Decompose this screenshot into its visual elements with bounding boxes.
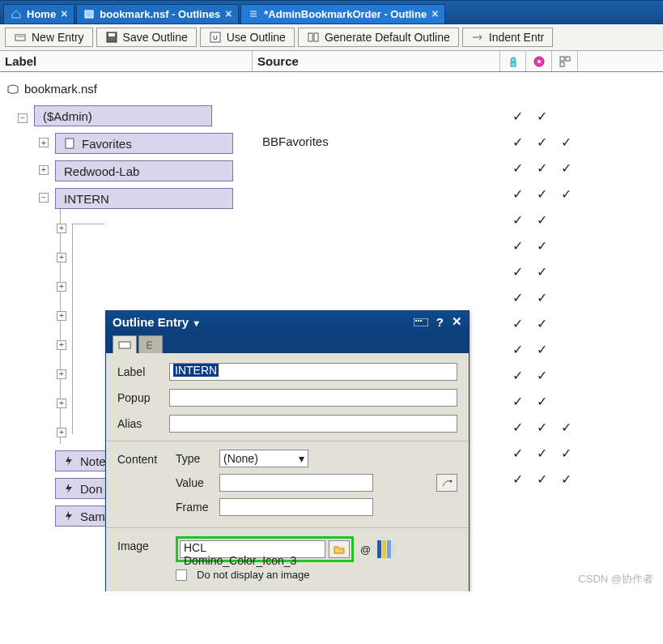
check-cell: ✓: [529, 420, 554, 435]
check-cell: ✓: [529, 290, 554, 305]
node-favorites[interactable]: Favorites: [55, 133, 233, 154]
col-label[interactable]: Label: [0, 51, 253, 71]
help-icon[interactable]: ?: [436, 315, 444, 329]
check-cell: ✓: [505, 420, 529, 435]
expand-icon[interactable]: +: [57, 253, 66, 262]
check-cell: ✓: [505, 368, 529, 383]
collapse-icon[interactable]: −: [18, 113, 28, 123]
check-cell: ✓: [529, 186, 554, 202]
node-intern[interactable]: INTERN: [55, 188, 233, 209]
node-redwood[interactable]: Redwood-Lab: [55, 160, 233, 181]
folder-browse-button[interactable]: [329, 540, 350, 558]
check-cell: ✓: [505, 316, 529, 331]
expand-icon[interactable]: +: [57, 428, 66, 437]
expand-icon[interactable]: +: [57, 282, 66, 292]
tab-strip: Home × bookmark.nsf - Outlines × *AdminB…: [0, 0, 663, 24]
check-cell: ✓: [554, 446, 578, 461]
check-cell: ✓: [505, 238, 529, 254]
svg-rect-13: [560, 57, 564, 61]
svg-point-22: [450, 480, 453, 483]
node-admin[interactable]: ($Admin): [34, 105, 212, 126]
check-cell: ✓: [554, 160, 578, 176]
check-grid: ✓✓✓✓✓✓✓✓✓✓✓✓✓✓✓✓✓✓✓✓✓✓✓✓✓✓✓✓✓✓✓✓✓✓✓✓: [505, 103, 578, 492]
dialog-tab-tree[interactable]: [138, 335, 163, 353]
svg-point-9: [511, 58, 516, 62]
dialog-tab-basic[interactable]: [113, 335, 137, 353]
expand-icon[interactable]: +: [57, 369, 66, 379]
popup-field[interactable]: [169, 389, 457, 407]
use-outline-button[interactable]: UUse Outline: [200, 28, 295, 47]
image-value-highlight: HCL Domino_Color_Icon_3: [176, 536, 354, 562]
check-row: ✓✓: [505, 232, 578, 258]
source-text: BBFavorites: [262, 134, 329, 148]
content-group-label: Content: [117, 450, 166, 466]
col-icon3[interactable]: [552, 51, 578, 71]
alias-field[interactable]: [169, 415, 457, 433]
expand-icon[interactable]: +: [57, 399, 66, 408]
col-icon1[interactable]: [500, 51, 526, 71]
check-cell: ✓: [529, 160, 554, 176]
at-label: @: [360, 544, 371, 556]
tab-adminoutline[interactable]: *AdminBookmarkOrder - Outline ×: [240, 4, 445, 23]
check-cell: ✓: [529, 394, 554, 409]
check-cell: ✓: [505, 394, 529, 409]
check-cell: ✓: [529, 316, 554, 331]
tab-label: *AdminBookmarkOrder - Outline: [264, 8, 427, 20]
svg-text:U: U: [213, 34, 218, 41]
no-image-checkbox[interactable]: [176, 569, 187, 581]
svg-rect-16: [66, 139, 74, 148]
root-node[interactable]: bookmark.nsf: [6, 80, 663, 102]
check-cell: ✓: [529, 238, 554, 254]
alias-label: Alias: [117, 417, 161, 430]
expand-icon[interactable]: +: [39, 165, 49, 175]
col-source[interactable]: Source: [253, 51, 500, 71]
check-cell: ✓: [554, 134, 578, 150]
svg-rect-19: [418, 320, 419, 322]
chevron-down-icon[interactable]: ▼: [192, 318, 201, 328]
svg-rect-18: [415, 320, 417, 322]
tab-home[interactable]: Home ×: [3, 4, 74, 23]
db-icon: [6, 83, 19, 95]
expand-icon[interactable]: +: [57, 311, 66, 321]
new-entry-button[interactable]: —New Entry: [5, 28, 93, 47]
save-outline-button[interactable]: Save Outline: [96, 28, 197, 47]
collapse-icon[interactable]: −: [39, 193, 49, 203]
outline-entry-dialog: Outline Entry ▼ ? ✕ Label INTERN Popup A…: [105, 310, 470, 591]
close-icon[interactable]: ×: [431, 7, 438, 20]
image-field[interactable]: HCL Domino_Color_Icon_3: [180, 540, 325, 558]
db-icon: [83, 8, 95, 19]
check-cell: ✓: [505, 342, 529, 357]
check-row: ✓✓: [505, 336, 578, 362]
check-cell: ✓: [505, 109, 529, 124]
svg-rect-7: [308, 33, 312, 41]
type-dropdown[interactable]: (None)▾: [219, 450, 308, 467]
expand-icon[interactable]: +: [57, 224, 66, 233]
check-row: ✓✓: [505, 103, 578, 129]
dialog-titlebar[interactable]: Outline Entry ▼ ? ✕: [106, 311, 469, 332]
formula-button[interactable]: [436, 474, 457, 492]
gen-outline-button[interactable]: Generate Default Outline: [298, 28, 459, 47]
tab-bookmark[interactable]: bookmark.nsf - Outlines ×: [76, 4, 239, 23]
close-icon[interactable]: ×: [225, 7, 232, 20]
keyboard-icon[interactable]: [414, 315, 428, 329]
expand-icon[interactable]: +: [39, 138, 49, 147]
value-field[interactable]: [219, 474, 373, 492]
svg-rect-21: [119, 342, 130, 348]
check-row: ✓✓: [505, 207, 578, 232]
use-icon: U: [209, 31, 222, 44]
image-group-label: Image: [117, 536, 166, 552]
check-cell: ✓: [505, 134, 529, 150]
label-field[interactable]: INTERN: [169, 363, 457, 381]
close-icon[interactable]: ×: [61, 7, 67, 20]
no-image-label: Do not display an image: [197, 569, 309, 581]
check-row: ✓✓✓: [505, 155, 578, 181]
frame-field[interactable]: [219, 498, 373, 516]
check-row: ✓✓: [505, 310, 578, 336]
close-icon[interactable]: ✕: [452, 314, 462, 329]
indent-button[interactable]: Indent Entr: [462, 28, 554, 47]
check-cell: ✓: [529, 446, 554, 461]
col-icon2[interactable]: [526, 51, 552, 71]
bolt-icon: [64, 483, 74, 494]
expand-icon[interactable]: +: [57, 340, 66, 350]
check-cell: ✓: [505, 160, 529, 176]
